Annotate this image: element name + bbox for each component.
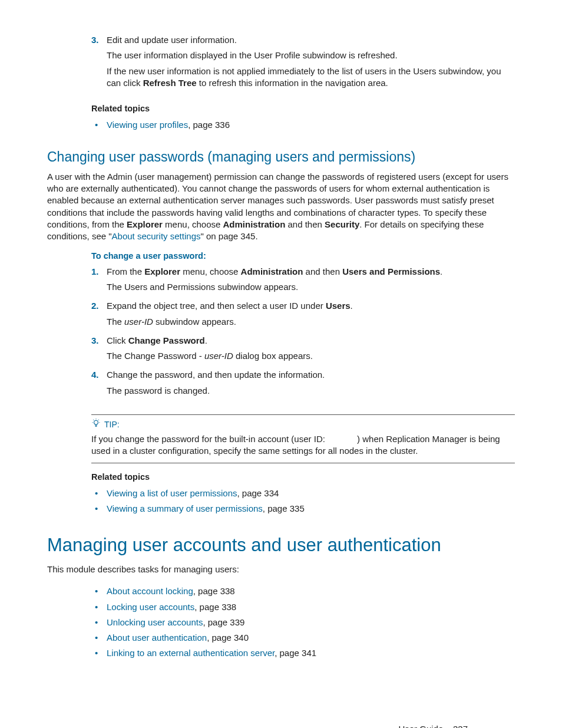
step-item: 1. From the Explorer menu, choose Admini…: [91, 266, 515, 301]
link-about-account-locking[interactable]: About account locking: [107, 586, 193, 596]
link-about-user-authentication[interactable]: About user authentication: [107, 633, 207, 643]
list-item: Viewing a summary of user permissions, p…: [91, 501, 515, 516]
intro-paragraph: A user with the Admin (user management) …: [47, 171, 515, 243]
link-suffix: , page 341: [275, 648, 316, 658]
link-unlocking-user-accounts[interactable]: Unlocking user accounts: [107, 617, 203, 627]
step-text: Expand the object tree, and then select …: [107, 301, 353, 311]
related-topics-label: Related topics: [91, 103, 515, 115]
link-suffix: , page 339: [203, 617, 244, 627]
topic-links-list: About account locking, page 338 Locking …: [91, 584, 515, 661]
link-viewing-user-profiles[interactable]: Viewing user profiles: [107, 120, 188, 130]
step-subtext: The Users and Permissions subwindow appe…: [107, 281, 515, 293]
top-continuation-steps: 3. Edit and update user information. The…: [91, 34, 515, 96]
step-text: Change the password, and then update the…: [107, 370, 325, 380]
link-suffix: , page 338: [193, 586, 235, 596]
list-item: Viewing a list of user permissions, page…: [91, 486, 515, 501]
link-linking-external-auth[interactable]: Linking to an external authentication se…: [107, 648, 275, 658]
step-number: 2.: [91, 300, 99, 312]
svg-point-0: [94, 420, 98, 424]
tip-header: TIP:: [91, 419, 515, 431]
step-text: Edit and update user information.: [107, 35, 237, 45]
list-item: About account locking, page 338: [91, 584, 515, 599]
list-item: About user authentication, page 340: [91, 630, 515, 645]
related-topics-list: Viewing user profiles, page 336: [91, 117, 515, 133]
related-topics-label: Related topics: [91, 472, 515, 483]
list-item: Linking to an external authentication se…: [91, 645, 515, 661]
tip-callout: TIP: If you change the password for the …: [91, 414, 515, 463]
list-item: Viewing user profiles, page 336: [91, 117, 515, 133]
procedure-steps: 1. From the Explorer menu, choose Admini…: [91, 266, 515, 404]
link-viewing-summary-permissions[interactable]: Viewing a summary of user permissions: [107, 503, 263, 513]
link-suffix: , page 336: [188, 120, 230, 130]
tip-label: TIP:: [104, 419, 120, 430]
link-suffix: , page 340: [207, 633, 249, 643]
step-number: 4.: [91, 369, 99, 381]
list-item: Unlocking user accounts, page 339: [91, 615, 515, 630]
svg-line-6: [98, 420, 99, 420]
link-viewing-list-permissions[interactable]: Viewing a list of user permissions: [107, 488, 237, 498]
step-subtext: The user information displayed in the Us…: [107, 50, 515, 61]
step-item: 3. Edit and update user information. The…: [91, 34, 515, 96]
step-number: 3.: [91, 34, 99, 46]
link-suffix: , page 338: [194, 602, 236, 612]
tip-body: If you change the password for the built…: [91, 433, 515, 457]
step-item: 4. Change the password, and then update …: [91, 369, 515, 404]
step-text: From the Explorer menu, choose Administr…: [107, 266, 442, 276]
footer-label: User Guide: [398, 724, 443, 728]
svg-line-5: [93, 420, 94, 420]
step-item: 2. Expand the object tree, and then sele…: [91, 300, 515, 335]
link-locking-user-accounts[interactable]: Locking user accounts: [107, 602, 194, 612]
link-suffix: , page 335: [263, 503, 305, 513]
heading-managing-accounts: Managing user accounts and user authenti…: [47, 533, 515, 558]
step-subtext: The password is changed.: [107, 385, 515, 397]
step-item: 3. Click Change Password. The Change Pas…: [91, 335, 515, 370]
related-topics-list: Viewing a list of user permissions, page…: [91, 486, 515, 517]
step-subtext: If the new user information is not appli…: [107, 65, 515, 90]
step-number: 3.: [91, 335, 99, 347]
link-suffix: , page 334: [237, 488, 279, 498]
list-item: Locking user accounts, page 338: [91, 599, 515, 615]
procedure-label: To change a user password:: [91, 251, 515, 262]
step-subtext: The user-ID subwindow appears.: [107, 316, 515, 328]
page-number: 337: [453, 724, 468, 728]
lightbulb-icon: [91, 419, 101, 431]
page-footer: User Guide 337: [398, 723, 468, 728]
intro-paragraph: This module describes tasks for managing…: [47, 564, 515, 575]
step-subtext: The Change Password - user-ID dialog box…: [107, 350, 515, 362]
step-text: Click Change Password.: [107, 335, 207, 345]
heading-changing-passwords: Changing user passwords (managing users …: [47, 148, 515, 166]
step-number: 1.: [91, 266, 99, 278]
